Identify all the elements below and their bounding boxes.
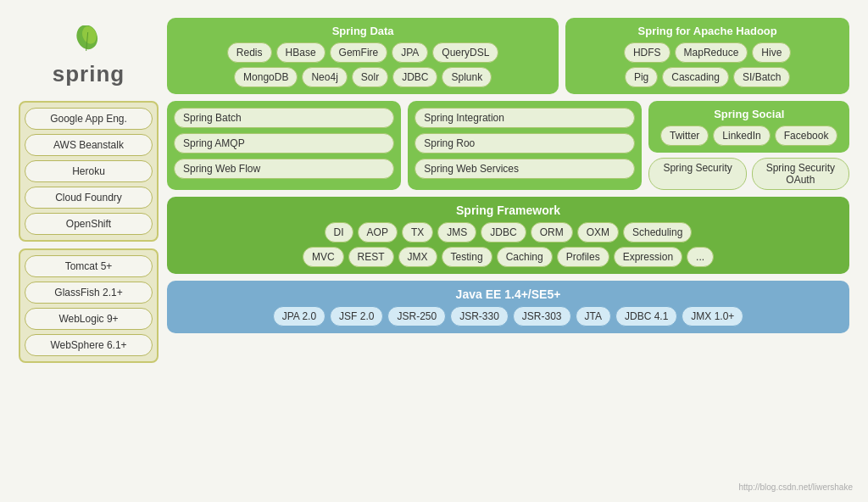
pill-item: MVC — [303, 247, 344, 267]
spring-data-title: Spring Data — [174, 25, 552, 37]
javaee-item: JSR-250 — [387, 306, 446, 326]
appserver-item: WebLogic 9+ — [25, 308, 153, 330]
pill-item: TX — [402, 222, 433, 243]
javaee-item: JSF 2.0 — [330, 306, 383, 326]
paas-item: Cloud Foundry — [25, 187, 153, 209]
javaee-item: JTA — [576, 306, 611, 326]
mid-left-item: Spring AMQP — [174, 133, 394, 153]
security-item: Spring Security OAuth — [752, 158, 849, 190]
pill-item: HDFS — [624, 42, 670, 63]
paas-item: Google App Eng. — [25, 108, 153, 130]
watermark: http://blog.csdn.net/liwershake — [738, 482, 853, 492]
paas-item: OpenShift — [25, 213, 153, 235]
mid-right-section: Spring Social TwitterLinkedInFacebook Sp… — [648, 101, 849, 190]
pill-item: Profiles — [557, 247, 609, 267]
spring-social-section: Spring Social TwitterLinkedInFacebook — [648, 101, 849, 153]
spring-social-pills: TwitterLinkedInFacebook — [655, 126, 843, 146]
spring-social-title: Spring Social — [655, 108, 843, 120]
appserver-item: Tomcat 5+ — [25, 255, 153, 277]
security-row: Spring SecuritySpring Security OAuth — [648, 158, 849, 190]
mid-left-item: Spring Batch — [174, 108, 394, 128]
pill-item: Hive — [752, 42, 791, 63]
pill-item: Scheduling — [623, 222, 692, 243]
mid-center-item: Spring Web Services — [415, 159, 635, 179]
javaee-item: JMX 1.0+ — [682, 306, 743, 326]
framework-row2: MVCRESTJMXTestingCachingProfilesExpressi… — [175, 247, 841, 267]
paas-item: AWS Beanstalk — [25, 134, 153, 156]
paas-box: Google App Eng.AWS BeanstalkHerokuCloud … — [19, 101, 159, 242]
pill-item: Pig — [625, 67, 658, 87]
mid-center-item: Spring Roo — [415, 133, 635, 153]
spring-logo: spring — [19, 18, 159, 94]
framework-row1: DIAOPTXJMSJDBCORMOXMScheduling — [175, 222, 841, 243]
mid-left-item: Spring Web Flow — [174, 159, 394, 179]
mid-section: Spring BatchSpring AMQPSpring Web Flow S… — [167, 101, 849, 190]
logo-text: spring — [53, 61, 125, 87]
pill-item: Solr — [352, 67, 388, 87]
pill-item: Neo4j — [302, 67, 347, 87]
pill-item: LinkedIn — [713, 126, 770, 146]
pill-item: Cascading — [662, 67, 729, 87]
pill-item: JDBC — [392, 67, 437, 87]
javaee-section: Java EE 1.4+/SE5+ JPA 2.0JSF 2.0JSR-250J… — [167, 281, 849, 333]
javaee-item: JDBC 4.1 — [615, 306, 677, 326]
main-container: spring Google App Eng.AWS BeanstalkHerok… — [10, 9, 858, 493]
top-row: Spring Data RedisHBaseGemFireJPAQueryDSL… — [167, 18, 849, 94]
appserver-box: Tomcat 5+GlassFish 2.1+WebLogic 9+WebSph… — [19, 248, 159, 363]
pill-item: JMS — [437, 222, 476, 243]
mid-center-section: Spring IntegrationSpring RooSpring Web S… — [408, 101, 642, 190]
pill-item: SI/Batch — [733, 67, 790, 87]
pill-item: AOP — [358, 222, 398, 243]
pill-item: Splunk — [442, 67, 492, 87]
pill-item: DI — [325, 222, 353, 243]
hadoop-row1: HDFSMapReduceHive — [572, 42, 843, 63]
spring-framework-section: Spring Framework DIAOPTXJMSJDBCORMOXMSch… — [167, 197, 849, 274]
paas-item: Heroku — [25, 160, 153, 182]
pill-item: MapReduce — [675, 42, 748, 63]
pill-item: JDBC — [481, 222, 526, 243]
pill-item: JPA — [392, 42, 428, 63]
javaee-pills: JPA 2.0JSF 2.0JSR-250JSR-330JSR-303JTAJD… — [175, 306, 841, 326]
pill-item: ORM — [531, 222, 573, 243]
appserver-item: GlassFish 2.1+ — [25, 282, 153, 304]
hadoop-title: Spring for Apache Hadoop — [572, 25, 843, 37]
pill-item: QueryDSL — [432, 42, 498, 63]
javaee-item: JSR-330 — [450, 306, 509, 326]
spring-data-row1: RedisHBaseGemFireJPAQueryDSL — [174, 42, 552, 63]
pill-item: Facebook — [775, 126, 838, 146]
appserver-item: WebSphere 6.1+ — [25, 334, 153, 356]
pill-item: ... — [687, 247, 714, 267]
right-column: Spring Data RedisHBaseGemFireJPAQueryDSL… — [167, 18, 849, 484]
mid-center-item: Spring Integration — [415, 108, 635, 128]
spring-data-row2: MongoDBNeo4jSolrJDBCSplunk — [174, 67, 552, 87]
pill-item: OXM — [577, 222, 619, 243]
spring-leaf-icon — [72, 25, 106, 59]
pill-item: Expression — [614, 247, 682, 267]
pill-item: GemFire — [330, 42, 388, 63]
pill-item: MongoDB — [234, 67, 298, 87]
security-item: Spring Security — [648, 158, 746, 190]
pill-item: HBase — [276, 42, 326, 63]
framework-title: Spring Framework — [175, 204, 841, 217]
pill-item: Redis — [227, 42, 272, 63]
pill-item: Twitter — [660, 126, 709, 146]
pill-item: Caching — [497, 247, 553, 267]
pill-item: JMX — [398, 247, 437, 267]
pill-item: Testing — [442, 247, 492, 267]
mid-left-section: Spring BatchSpring AMQPSpring Web Flow — [167, 101, 401, 190]
hadoop-row2: PigCascadingSI/Batch — [572, 67, 843, 87]
left-column: spring Google App Eng.AWS BeanstalkHerok… — [19, 18, 159, 484]
pill-item: REST — [348, 247, 394, 267]
hadoop-section: Spring for Apache Hadoop HDFSMapReduceHi… — [565, 18, 849, 94]
javaee-title: Java EE 1.4+/SE5+ — [175, 287, 841, 301]
spring-data-section: Spring Data RedisHBaseGemFireJPAQueryDSL… — [167, 18, 559, 94]
javaee-item: JPA 2.0 — [273, 306, 326, 326]
javaee-item: JSR-303 — [513, 306, 571, 326]
